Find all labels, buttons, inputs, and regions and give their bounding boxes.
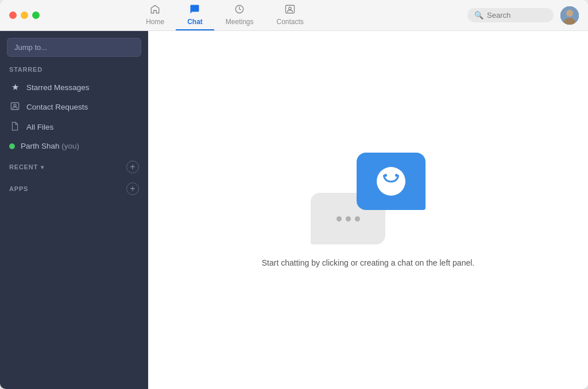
sidebar-item-starred-messages[interactable]: ★ Starred Messages (0, 77, 148, 97)
sidebar: STARRED ★ Starred Messages Contact Reque… (0, 31, 148, 389)
search-icon: 🔍 (474, 11, 483, 20)
tab-chat[interactable]: Chat (176, 1, 214, 30)
svg-point-7 (14, 104, 16, 107)
avatar[interactable] (560, 6, 579, 25)
dot-3 (355, 216, 360, 221)
meetings-icon (234, 4, 245, 16)
app-window: Home Chat Meetings (0, 0, 588, 389)
chat-illustration (311, 153, 425, 244)
dot-2 (346, 216, 351, 221)
empty-state: Start chatting by clicking or creating a… (262, 153, 474, 267)
recent-section-label[interactable]: RECENT ▾ (9, 164, 44, 170)
sidebar-item-contact-requests[interactable]: Contact Requests (0, 97, 148, 117)
empty-state-text: Start chatting by clicking or creating a… (262, 258, 474, 267)
dot-1 (336, 216, 342, 221)
add-recent-button[interactable]: + (126, 161, 139, 173)
search-bar[interactable]: 🔍 (467, 8, 554, 22)
chat-panel: Start chatting by clicking or creating a… (148, 31, 588, 389)
main-content: STARRED ★ Starred Messages Contact Reque… (0, 31, 588, 389)
smiley-face (377, 167, 405, 196)
contact-icon (9, 102, 21, 112)
right-eye (395, 174, 398, 177)
avatar-image (560, 6, 579, 25)
chat-icon (189, 4, 200, 16)
sidebar-item-parth-shah[interactable]: Parth Shah (you) (0, 137, 148, 155)
sidebar-item-all-files[interactable]: All Files (0, 117, 148, 137)
home-icon (150, 4, 160, 16)
svg-rect-1 (286, 5, 295, 13)
tab-meetings[interactable]: Meetings (214, 1, 265, 30)
tab-home[interactable]: Home (134, 1, 176, 30)
left-eye (384, 174, 387, 177)
apps-section-row: APPS + (0, 177, 148, 199)
jump-to-container (0, 38, 148, 66)
titlebar: Home Chat Meetings (0, 0, 588, 31)
star-icon: ★ (9, 82, 21, 92)
contacts-icon (285, 4, 295, 16)
add-apps-button[interactable]: + (126, 182, 139, 195)
svg-point-2 (289, 7, 292, 10)
file-icon (9, 122, 21, 133)
svg-point-4 (566, 10, 573, 17)
online-status-icon (9, 143, 15, 149)
nav-tabs: Home Chat Meetings (0, 1, 467, 30)
starred-section-label: STARRED (0, 66, 148, 77)
recent-section-row: RECENT ▾ + (0, 155, 148, 177)
chevron-down-icon: ▾ (41, 164, 44, 170)
blue-bubble (357, 153, 425, 210)
apps-section-label[interactable]: APPS (9, 185, 28, 192)
jump-to-input[interactable] (7, 38, 141, 57)
tab-contacts[interactable]: Contacts (265, 1, 315, 30)
search-input[interactable] (487, 11, 547, 20)
